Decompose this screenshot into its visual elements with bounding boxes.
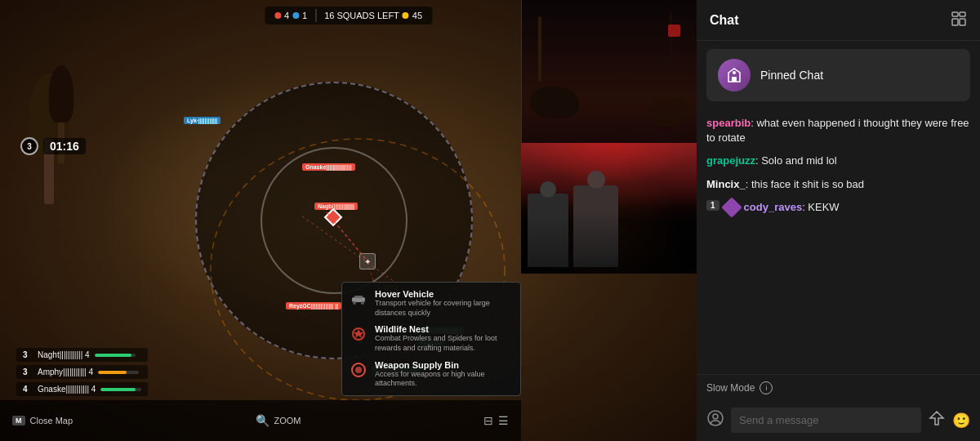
chat-title: Chat: [710, 13, 739, 28]
player-marker-lykke: Lyk·||||||||||||: [184, 117, 220, 124]
chat-input[interactable]: [731, 408, 921, 433]
squad-item-3: 4 Gnaske||||||||||| 4: [16, 382, 148, 396]
hover-vehicle-desc: Transport vehicle for covering large dis…: [375, 299, 514, 318]
squad-health-fill-1: [95, 354, 131, 357]
player-marker-gnaske: Gnaske||||||||||||||||: [302, 163, 355, 171]
tooltip-item-3: Weapon Supply Bin Access for weapons or …: [349, 360, 514, 389]
squad-health-fill-2: [98, 371, 127, 374]
squad-name-1: Naght||||||||||| 4: [38, 350, 90, 359]
squad-health-bar-2: [98, 371, 139, 374]
timer-overlay: 3 01:16: [20, 137, 86, 155]
player-marker-reyzgc: ReyzGC|||||||||||||| ||: [286, 302, 341, 310]
chat-panel: Chat Pinned Chat spearbib: what even hap…: [697, 0, 980, 441]
layout-icon-2: ☰: [498, 414, 509, 427]
esports-player-2: [573, 185, 618, 267]
squad-name-2: Amphy||||||||||| 4: [38, 368, 93, 376]
svg-rect-14: [952, 19, 958, 25]
badge-num: 1: [706, 200, 719, 211]
squad-icon: [403, 12, 409, 19]
squad-name-3: Gnaske||||||||||| 4: [38, 385, 96, 394]
slow-mode-bar: Slow Mode i: [697, 374, 980, 401]
username-cody-raves: cody_raves: [744, 201, 803, 213]
wildlife-nest-desc: Combat Prowlers and Spiders for loot rew…: [375, 334, 514, 353]
zoom-icon: 🔍: [256, 414, 270, 427]
squads-left-label: 16 SQUADS LEFT: [324, 11, 399, 20]
chat-messages: spearbib: what even happened i thought t…: [697, 109, 980, 374]
send-message-icon[interactable]: [928, 409, 946, 431]
chat-text-4: : KEKW: [802, 201, 840, 213]
svg-rect-13: [960, 12, 965, 16]
game-area: 4 1 16 SQUADS LEFT 45 3 01:16 Lyk·||||||…: [0, 0, 697, 441]
squads-left: 16 SQUADS LEFT 45: [324, 11, 422, 20]
map-poi-1: ✦: [359, 253, 376, 270]
diamond-badge: [721, 197, 742, 217]
weapon-supply-icon: [349, 360, 368, 380]
svg-point-6: [353, 301, 356, 305]
weapon-supply-desc: Access for weapons or high value attachm…: [375, 370, 514, 389]
bottom-hud: M Close Map 🔍 ZOOM ⊟ ☰: [0, 400, 521, 441]
secondary-view-inner: [522, 0, 697, 143]
squad-health-bar-1: [95, 354, 136, 357]
hover-vehicle-icon: [349, 289, 368, 309]
hover-vehicle-title: Hover Vehicle: [375, 289, 514, 299]
chat-text-2: : Solo and mid lol: [755, 154, 837, 167]
hud-icon-2: [292, 12, 299, 19]
expand-chat-icon[interactable]: [951, 11, 967, 30]
svg-marker-20: [930, 412, 943, 425]
tooltip-item-1: Hover Vehicle Transport vehicle for cove…: [349, 289, 514, 318]
wildlife-nest-text: Wildlife Nest Combat Prowlers and Spider…: [375, 324, 514, 353]
tooltip-item-2: Wildlife Nest Combat Prowlers and Spider…: [349, 324, 514, 353]
close-map-label: Close Map: [30, 416, 74, 425]
username-spearbib: spearbib: [706, 117, 751, 129]
esports-player-1: [528, 194, 568, 267]
chat-input-area: 🙂: [697, 401, 980, 441]
hud-top-bar: 4 1 16 SQUADS LEFT 45: [265, 7, 432, 24]
tooltip-box: Hover Vehicle Transport vehicle for cove…: [341, 282, 521, 396]
squads-left-count: 45: [412, 11, 422, 20]
hover-vehicle-text: Hover Vehicle Transport vehicle for cove…: [375, 289, 514, 318]
pinned-avatar: [718, 59, 751, 91]
chat-text-3: : this face it shit is so bad: [746, 178, 864, 190]
emoji-picker-icon[interactable]: 🙂: [952, 412, 970, 430]
pinned-label: Pinned Chat: [760, 69, 823, 82]
round-number: 3: [20, 137, 38, 155]
weapon-supply-text: Weapon Supply Bin Access for weapons or …: [375, 360, 514, 389]
slow-mode-label: Slow Mode: [706, 382, 755, 394]
layout-icon-1: ⊟: [483, 414, 493, 427]
wildlife-nest-icon: [349, 324, 368, 344]
wildlife-nest-title: Wildlife Nest: [375, 324, 514, 334]
esports-inner: [521, 143, 697, 274]
squad-item-1: 3 Naght||||||||||| 4: [16, 348, 148, 362]
svg-rect-12: [952, 12, 958, 16]
zoom-label: ZOOM: [274, 416, 301, 425]
bottom-hud-center: 🔍 ZOOM: [256, 414, 301, 427]
pinned-chat[interactable]: Pinned Chat: [706, 49, 970, 101]
svg-point-7: [361, 301, 364, 305]
squad-num-1: 3: [23, 350, 33, 359]
bottom-hud-right: ⊟ ☰: [483, 414, 509, 427]
svg-rect-5: [354, 296, 363, 298]
chat-message-1: spearbib: what even happened i thought t…: [706, 116, 970, 145]
squad-item-2: 3 Amphy||||||||||| 4: [16, 365, 148, 379]
squad-list: 3 Naght||||||||||| 4 3 Amphy||||||||||| …: [16, 348, 148, 396]
bottom-hud-left: M Close Map: [12, 416, 73, 425]
slow-mode-info-icon: i: [760, 381, 773, 394]
secondary-view: [521, 0, 697, 143]
chat-message-3: Mincix_: this face it shit is so bad: [706, 177, 970, 192]
timer-text: 01:16: [43, 138, 86, 154]
hud-icon-2-count: 1: [302, 11, 307, 20]
svg-point-19: [713, 414, 718, 419]
svg-rect-16: [732, 77, 737, 82]
round-num-text: 3: [27, 142, 32, 151]
close-map-key: M: [12, 416, 25, 425]
player-marker-nagbi: Nagbi|||||||||||||: [314, 203, 358, 210]
squad-num-3: 4: [23, 385, 33, 394]
squad-num-2: 3: [23, 368, 33, 376]
chat-anon-icon[interactable]: [706, 409, 724, 431]
chat-header: Chat: [697, 0, 980, 41]
username-mincix: Mincix_: [706, 178, 746, 190]
svg-point-17: [733, 71, 736, 74]
weapon-supply-title: Weapon Supply Bin: [375, 360, 514, 370]
squad-health-bar-3: [100, 388, 141, 391]
hud-kills: 4 1: [274, 11, 307, 20]
